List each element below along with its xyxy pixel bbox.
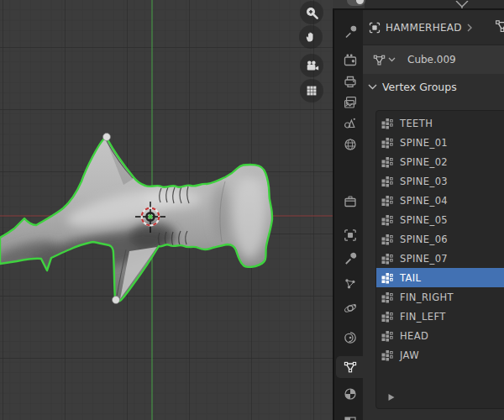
properties-tab-column <box>333 10 363 420</box>
camera-view-gizmo[interactable] <box>300 54 323 77</box>
vertex-group-icon <box>381 214 393 226</box>
filter-funnel-icon[interactable] <box>455 1 469 9</box>
breadcrumb-object-name[interactable]: HAMMERHEAD <box>386 22 462 34</box>
object-origin-dot <box>148 214 152 218</box>
vertex-group-icon <box>381 311 393 323</box>
vertex-group-name: SPINE_06 <box>400 234 448 245</box>
vertex-group-row[interactable]: SPINE_05 <box>376 210 504 229</box>
grid-icon <box>305 84 318 97</box>
breadcrumb-data-icon-cut <box>494 18 504 37</box>
vertex-group-name: TEETH <box>400 118 433 129</box>
properties-panel: HAMMERHEAD Cube.009 Vertex Gr <box>363 10 504 420</box>
pan-gizmo[interactable] <box>299 25 323 49</box>
vertex-group-name: SPINE_07 <box>400 253 448 265</box>
tab-modifiers[interactable] <box>336 248 363 270</box>
tab-world[interactable] <box>336 134 363 155</box>
vertex-group-icon <box>381 272 393 284</box>
toggle-pill-icon[interactable] <box>347 0 365 6</box>
vertex-group-rows: TEETH SPINE_01 SPINE_02 <box>376 113 504 365</box>
tab-particles[interactable] <box>336 273 363 295</box>
mesh-data-icon <box>372 53 386 67</box>
vertex-group-row[interactable]: SPINE_04 <box>376 191 504 210</box>
tab-view-layer[interactable] <box>336 92 363 113</box>
camera-icon <box>305 59 319 73</box>
vertex-groups-list[interactable]: TEETH SPINE_01 SPINE_02 <box>375 110 504 409</box>
zoom-gizmo[interactable] <box>300 1 323 24</box>
fin-tip-ball-top <box>103 134 111 141</box>
tab-texture[interactable] <box>336 412 363 420</box>
vertex-group-icon <box>381 234 393 245</box>
tab-tool[interactable] <box>336 21 363 43</box>
tab-scene[interactable] <box>336 113 363 134</box>
outliner-header-strip <box>333 0 504 10</box>
hand-icon <box>304 30 318 44</box>
vertex-group-name: SPINE_01 <box>400 137 448 149</box>
collection-box-icon <box>343 194 358 209</box>
vertex-group-row[interactable]: TAIL <box>376 268 504 287</box>
vertex-group-row[interactable]: HEAD <box>376 326 504 345</box>
vertex-group-icon <box>381 118 393 129</box>
vertex-group-icon <box>381 195 393 207</box>
vertex-group-name: SPINE_04 <box>400 195 448 207</box>
vertex-group-row[interactable]: TEETH <box>376 113 504 133</box>
vertex-group-name: FIN_LEFT <box>400 311 446 323</box>
vertex-group-name: JAW <box>400 349 419 361</box>
vertex-group-row[interactable]: FIN_RIGHT <box>376 287 504 307</box>
ortho-toggle-gizmo[interactable] <box>300 79 323 102</box>
section-title: Vertex Groups <box>382 81 457 93</box>
vertex-group-name: HEAD <box>400 330 428 342</box>
vertex-group-icon <box>381 330 393 342</box>
fin-tip-ball-bottom <box>113 297 120 304</box>
viewport-scene <box>0 0 333 420</box>
data-nav-row[interactable]: Cube.009 <box>363 45 504 74</box>
vertex-group-name: SPINE_02 <box>400 156 448 168</box>
vertex-group-row[interactable]: SPINE_06 <box>376 229 504 249</box>
material-sphere-icon <box>343 386 358 402</box>
tab-physics[interactable] <box>336 297 363 319</box>
tab-output[interactable] <box>336 71 363 92</box>
vertex-group-name: SPINE_05 <box>400 214 448 226</box>
constraint-swirl-icon <box>343 330 358 345</box>
tab-object-data[interactable] <box>336 356 363 378</box>
breadcrumb: HAMMERHEAD <box>363 10 504 45</box>
blender-window: { "outliner_strip": { "icons": ["toggle-… <box>0 0 504 420</box>
tab-collection[interactable] <box>336 191 363 213</box>
object-icon <box>368 21 381 34</box>
vertex-group-icon <box>381 253 393 265</box>
particles-icon <box>343 276 358 291</box>
vertex-group-row[interactable]: SPINE_07 <box>376 249 504 268</box>
vertex-group-name: TAIL <box>400 272 421 284</box>
mesh-data-icon <box>494 18 504 34</box>
vertex-group-name: SPINE_03 <box>400 176 448 187</box>
printer-icon <box>343 74 358 89</box>
vertex-group-icon <box>381 176 393 187</box>
vertex-group-row[interactable]: SPINE_01 <box>376 133 504 152</box>
zoom-icon <box>305 6 319 20</box>
chevron-down-icon <box>368 84 377 90</box>
texture-checker-icon <box>343 415 358 420</box>
vertex-group-name: FIN_RIGHT <box>400 291 454 303</box>
object-data-name: Cube.009 <box>407 54 456 66</box>
vertex-groups-section-header[interactable]: Vertex Groups <box>363 74 504 99</box>
vertex-group-row[interactable]: FIN_LEFT <box>376 307 504 326</box>
tab-object[interactable] <box>336 224 363 246</box>
vertex-group-icon <box>381 349 393 361</box>
vertex-group-row[interactable]: SPINE_02 <box>376 152 504 171</box>
vertex-group-row[interactable]: SPINE_03 <box>376 171 504 191</box>
globe-icon <box>343 137 358 152</box>
tab-constraints[interactable] <box>336 327 363 349</box>
object-brackets-icon <box>343 228 358 243</box>
vertex-group-icon <box>381 156 393 168</box>
mesh-data-icon <box>343 360 358 375</box>
tool-icon <box>343 24 358 39</box>
chevron-right-icon <box>466 24 473 32</box>
tab-render[interactable] <box>336 50 363 71</box>
vertex-group-icon <box>381 137 393 149</box>
layers-images-icon <box>343 95 358 110</box>
vertex-group-row[interactable]: JAW <box>376 345 504 365</box>
play-right-icon[interactable] <box>387 393 396 402</box>
chevron-down-icon <box>388 57 396 62</box>
tab-material[interactable] <box>336 383 363 405</box>
vertex-group-icon <box>381 291 393 303</box>
3d-viewport[interactable] <box>0 0 333 420</box>
